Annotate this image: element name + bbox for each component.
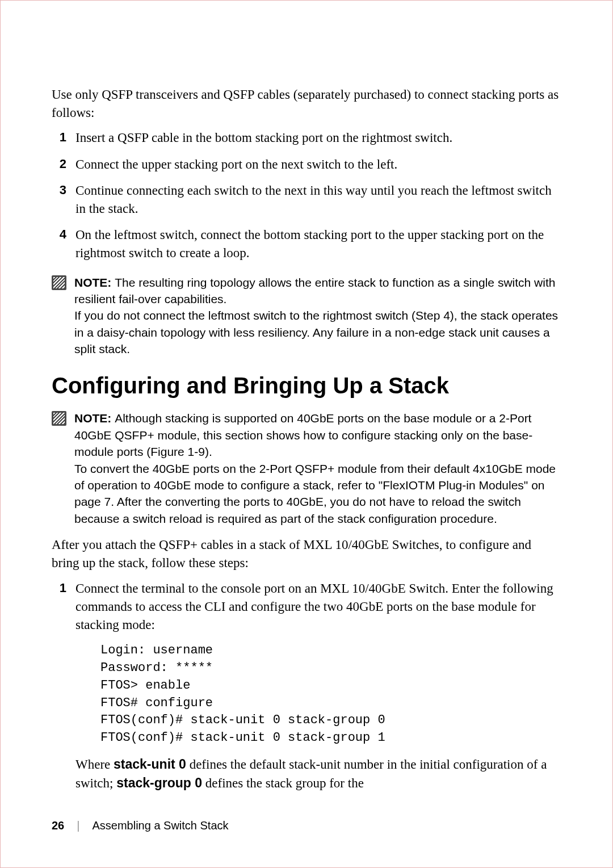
list-number: 1 [52,580,75,793]
note-block-1: NOTE: The resulting ring topology allows… [52,274,561,358]
step-text: Connect the terminal to the console port… [75,581,553,632]
list-number: 1 [52,129,75,147]
note-label: NOTE: [74,412,115,425]
list-item: 1 Insert a QSFP cable in the bottom stac… [52,129,561,147]
note-body: The resulting ring topology allows the e… [74,276,558,356]
steps-list-1: 1 Insert a QSFP cable in the bottom stac… [52,129,561,262]
list-text: Insert a QSFP cable in the bottom stacki… [75,129,561,147]
list-text: On the leftmost switch, connect the bott… [75,226,561,262]
note-block-2: NOTE: Although stacking is supported on … [52,410,561,527]
stack-unit-bold: stack-unit 0 [114,757,186,771]
after-note-paragraph: After you attach the QSFP+ cables in a s… [52,536,561,572]
document-page: Use only QSFP transceivers and QSFP cabl… [1,1,612,835]
stack-group-bold: stack-group 0 [116,775,202,790]
section-heading: Configuring and Bringing Up a Stack [52,373,561,399]
footer-divider: | [77,819,79,832]
list-item: 3 Continue connecting each switch to the… [52,182,561,218]
note-body: Although stacking is supported on 40GbE … [74,412,556,525]
note-text: NOTE: Although stacking is supported on … [74,410,561,527]
code-block: Login: username Password: ***** FTOS> en… [100,642,561,747]
note-label: NOTE: [74,276,115,289]
note-icon [52,411,66,426]
page-footer: 26 | Assembling a Switch Stack [52,819,229,832]
list-item: 1 Connect the terminal to the console po… [52,580,561,793]
trailing-pre: Where [75,757,114,771]
list-number: 2 [52,156,75,174]
steps-list-2: 1 Connect the terminal to the console po… [52,580,561,793]
list-number: 4 [52,226,75,262]
list-item: 4 On the leftmost switch, connect the bo… [52,226,561,262]
footer-title: Assembling a Switch Stack [92,819,228,832]
trailing-post: defines the stack group for the [202,776,364,790]
intro-paragraph: Use only QSFP transceivers and QSFP cabl… [52,86,561,122]
list-item: 2 Connect the upper stacking port on the… [52,156,561,174]
list-text: Continue connecting each switch to the n… [75,182,561,218]
page-number: 26 [52,819,64,832]
note-icon [52,275,66,290]
note-text: NOTE: The resulting ring topology allows… [74,274,561,358]
list-text-container: Connect the terminal to the console port… [75,580,561,793]
list-text: Connect the upper stacking port on the n… [75,156,561,174]
trailing-paragraph: Where stack-unit 0 defines the default s… [75,755,561,792]
list-number: 3 [52,182,75,218]
